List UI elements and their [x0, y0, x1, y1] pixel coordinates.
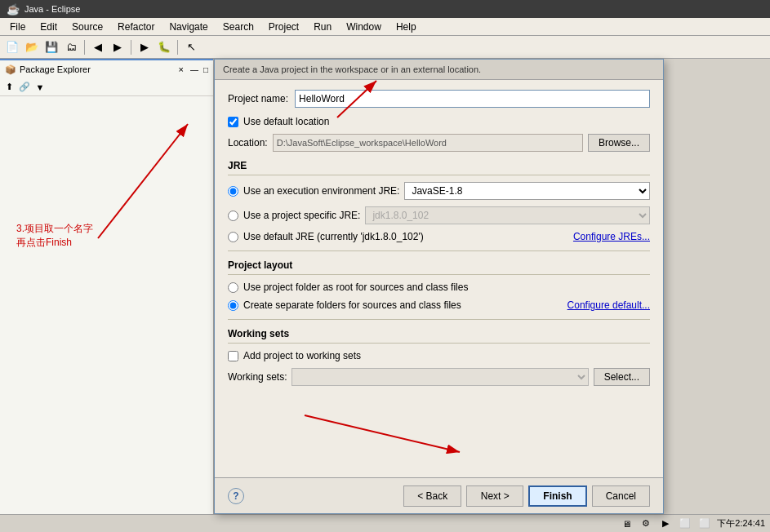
jre-radio2-row: Use a project specific JRE: jdk1.8.0_102 [228, 206, 650, 224]
jre-radio1[interactable] [228, 186, 238, 197]
menu-file[interactable]: File [3, 20, 32, 34]
toolbar-run[interactable]: ▶ [136, 38, 154, 56]
new-java-project-dialog: Create a Java project in the workspace o… [214, 59, 664, 514]
toolbar-open[interactable]: 📂 [23, 38, 41, 56]
jre-radio3-row: Use default JRE (currently 'jdk1.8.0_102… [228, 231, 650, 242]
panel-toolbar: ⬆ 🔗 ▼ [0, 78, 213, 96]
menu-refactor[interactable]: Refactor [111, 20, 161, 34]
layout-radio1[interactable] [228, 282, 238, 293]
dialog-body: Project name: Use default location Loc [215, 80, 663, 477]
package-explorer-tab[interactable]: 📦 Package Explorer × — □ [0, 59, 213, 78]
toolbar-separator-3 [177, 40, 178, 55]
layout-divider [228, 250, 650, 251]
toolbar-save[interactable]: 💾 [42, 38, 60, 56]
view-menu[interactable]: ▼ [33, 80, 47, 95]
toolbar-cursor[interactable]: ↖ [182, 38, 200, 56]
help-button[interactable]: ? [228, 488, 244, 504]
jre-section-label: JRE [228, 160, 650, 175]
toolbar-separator-2 [131, 40, 131, 55]
working-sets-divider [228, 319, 650, 320]
menu-bar: File Edit Source Refactor Navigate Searc… [0, 18, 770, 36]
browse-button[interactable]: Browse... [588, 134, 650, 152]
status-time: 下午2:24:41 [717, 517, 765, 530]
working-sets-field-label: Working sets: [228, 371, 287, 383]
back-button[interactable]: < Back [403, 485, 461, 507]
link-editor[interactable]: 🔗 [17, 80, 32, 95]
toolbar-new[interactable]: 📄 [3, 38, 21, 56]
jre-env-select[interactable]: JavaSE-1.8 [404, 182, 650, 200]
project-name-input[interactable] [295, 90, 650, 108]
menu-edit[interactable]: Edit [33, 20, 64, 34]
add-working-sets-checkbox[interactable] [228, 351, 238, 361]
layout-radio2[interactable] [228, 300, 238, 311]
project-name-row: Project name: [228, 90, 650, 108]
configure-default-link[interactable]: Configure default... [567, 299, 650, 311]
toolbar-debug[interactable]: 🐛 [155, 38, 173, 56]
status-btn4[interactable]: ⬜ [678, 516, 692, 531]
finish-arrow [280, 399, 525, 464]
status-btn2[interactable]: ⚙ [639, 516, 653, 531]
next-button[interactable]: Next > [466, 485, 523, 507]
dialog-description: Create a Java project in the workspace o… [223, 64, 481, 74]
toolbar-back[interactable]: ◀ [89, 38, 107, 56]
toolbar-save-all[interactable]: 🗂 [62, 38, 80, 56]
status-bar: 🖥 ⚙ ▶ ⬜ ⬜ 下午2:24:41 [0, 514, 770, 532]
project-layout-label: Project layout [228, 259, 650, 275]
menu-search[interactable]: Search [216, 20, 260, 34]
toolbar-separator-1 [84, 40, 85, 55]
jre-specific-select[interactable]: jdk1.8.0_102 [365, 206, 650, 224]
status-btn5[interactable]: ⬜ [697, 516, 712, 531]
jre-radio2-label: Use a project specific JRE: [243, 210, 360, 221]
menu-run[interactable]: Run [307, 20, 338, 34]
project-name-label: Project name: [228, 93, 288, 104]
collapse-all[interactable]: ⬆ [2, 80, 16, 95]
status-btn3[interactable]: ▶ [658, 516, 673, 531]
panel-minimize[interactable]: — [190, 65, 198, 74]
working-sets-select[interactable] [292, 368, 588, 386]
menu-navigate[interactable]: Navigate [162, 20, 214, 34]
dialog-buttons: < Back Next > Finish Cancel [403, 485, 650, 507]
add-to-working-sets-row: Add project to working sets [228, 350, 650, 361]
layout-radio1-label: Use project folder as root for sources a… [243, 282, 468, 293]
title-bar: ☕ Java - Eclipse [0, 0, 770, 18]
location-label: Location: [228, 137, 268, 149]
menu-source[interactable]: Source [65, 20, 109, 34]
status-btn1[interactable]: 🖥 [619, 516, 634, 531]
configure-jres-link[interactable]: Configure JREs... [573, 231, 650, 242]
panel-maximize[interactable]: □ [203, 65, 208, 74]
add-working-sets-label: Add project to working sets [243, 350, 361, 361]
package-explorer-icon: 📦 [5, 64, 16, 75]
window-title: Java - Eclipse [24, 4, 80, 14]
finish-button[interactable]: Finish [528, 485, 586, 507]
app-icon: ☕ [7, 3, 20, 16]
package-explorer-label: Package Explorer [20, 64, 91, 74]
menu-project[interactable]: Project [262, 20, 305, 34]
layout-radio2-label: Create separate folders for sources and … [243, 299, 461, 311]
main-area: 📦 Package Explorer × — □ ⬆ 🔗 ▼ 3.项目取一个名字… [0, 59, 770, 514]
status-right-area: 🖥 ⚙ ▶ ⬜ ⬜ 下午2:24:41 [619, 516, 765, 531]
jre-radio3[interactable] [228, 232, 238, 242]
dialog-footer: ? < Back Next > Finish Cancel [215, 477, 663, 513]
left-panel: 📦 Package Explorer × — □ ⬆ 🔗 ▼ 3.项目取一个名字… [0, 59, 214, 514]
package-explorer-close[interactable]: × [179, 64, 184, 74]
working-sets-select-button[interactable]: Select... [594, 368, 650, 386]
jre-radio2[interactable] [228, 211, 238, 221]
toolbar-forward[interactable]: ▶ [109, 38, 127, 56]
location-row: Location: Browse... [228, 134, 650, 152]
svg-line-5 [305, 415, 460, 452]
jre-radio3-label: Use default JRE (currently 'jdk1.8.0_102… [243, 231, 424, 242]
layout-radio1-row: Use project folder as root for sources a… [228, 282, 650, 293]
help-icon-label: ? [233, 490, 238, 502]
package-explorer-content [0, 96, 213, 514]
menu-help[interactable]: Help [389, 20, 423, 34]
working-sets-label: Working sets [228, 328, 650, 344]
use-default-location-checkbox[interactable] [228, 117, 238, 127]
jre-radio1-row: Use an execution environment JRE: JavaSE… [228, 182, 650, 200]
menu-window[interactable]: Window [340, 20, 388, 34]
location-input[interactable] [273, 134, 583, 152]
main-toolbar: 📄 📂 💾 🗂 ◀ ▶ ▶ 🐛 ↖ [0, 36, 770, 59]
cancel-button[interactable]: Cancel [592, 485, 650, 507]
working-sets-select-row: Working sets: Select... [228, 368, 650, 386]
jre-radio1-label: Use an execution environment JRE: [243, 185, 399, 197]
layout-radio2-row: Create separate folders for sources and … [228, 299, 650, 311]
